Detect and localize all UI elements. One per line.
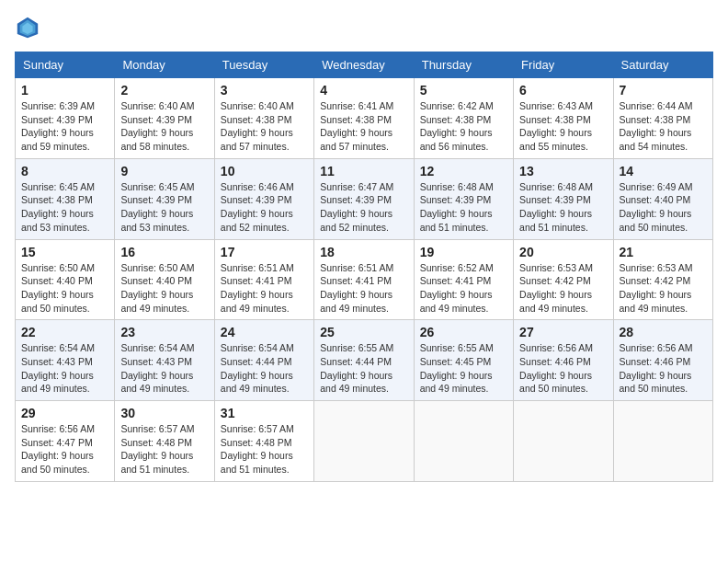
day-number: 7 xyxy=(620,83,707,98)
day-header-saturday: Saturday xyxy=(613,52,712,78)
day-info: Sunrise: 6:44 AM Sunset: 4:38 PM Dayligh… xyxy=(620,99,707,154)
day-number: 20 xyxy=(519,245,607,259)
calendar-cell: 5 Sunrise: 6:42 AM Sunset: 4:38 PM Dayli… xyxy=(414,78,513,159)
calendar-week-row: 1 Sunrise: 6:39 AM Sunset: 4:39 PM Dayli… xyxy=(16,78,713,159)
day-header-thursday: Thursday xyxy=(414,52,513,78)
calendar-cell: 27 Sunrise: 6:56 AM Sunset: 4:46 PM Dayl… xyxy=(514,320,613,401)
day-info: Sunrise: 6:57 AM Sunset: 4:48 PM Dayligh… xyxy=(221,422,308,477)
day-info: Sunrise: 6:57 AM Sunset: 4:48 PM Dayligh… xyxy=(120,422,208,477)
day-header-friday: Friday xyxy=(514,52,613,78)
calendar-cell xyxy=(414,401,513,482)
calendar-cell: 8 Sunrise: 6:45 AM Sunset: 4:38 PM Dayli… xyxy=(16,158,115,239)
day-number: 2 xyxy=(120,83,208,98)
calendar-table: SundayMondayTuesdayWednesdayThursdayFrid… xyxy=(15,52,713,482)
day-number: 24 xyxy=(221,325,308,339)
day-info: Sunrise: 6:50 AM Sunset: 4:40 PM Dayligh… xyxy=(120,261,208,316)
day-info: Sunrise: 6:56 AM Sunset: 4:47 PM Dayligh… xyxy=(21,422,108,477)
day-info: Sunrise: 6:40 AM Sunset: 4:38 PM Dayligh… xyxy=(221,99,308,154)
day-info: Sunrise: 6:39 AM Sunset: 4:39 PM Dayligh… xyxy=(21,99,108,154)
calendar-cell: 10 Sunrise: 6:46 AM Sunset: 4:39 PM Dayl… xyxy=(214,158,313,239)
calendar-cell: 25 Sunrise: 6:55 AM Sunset: 4:44 PM Dayl… xyxy=(314,320,414,401)
day-header-wednesday: Wednesday xyxy=(314,52,414,78)
calendar-cell: 13 Sunrise: 6:48 AM Sunset: 4:39 PM Dayl… xyxy=(514,158,613,239)
day-number: 14 xyxy=(620,164,707,178)
calendar-cell: 16 Sunrise: 6:50 AM Sunset: 4:40 PM Dayl… xyxy=(115,239,214,320)
day-info: Sunrise: 6:48 AM Sunset: 4:39 PM Dayligh… xyxy=(519,180,607,235)
calendar-cell: 29 Sunrise: 6:56 AM Sunset: 4:47 PM Dayl… xyxy=(16,401,115,482)
day-info: Sunrise: 6:53 AM Sunset: 4:42 PM Dayligh… xyxy=(620,261,707,316)
day-info: Sunrise: 6:56 AM Sunset: 4:46 PM Dayligh… xyxy=(519,341,607,396)
day-number: 6 xyxy=(519,83,607,98)
calendar-cell: 7 Sunrise: 6:44 AM Sunset: 4:38 PM Dayli… xyxy=(613,78,712,159)
day-number: 29 xyxy=(21,406,108,420)
day-number: 25 xyxy=(320,325,407,339)
calendar-cell: 12 Sunrise: 6:48 AM Sunset: 4:39 PM Dayl… xyxy=(414,158,513,239)
day-info: Sunrise: 6:54 AM Sunset: 4:43 PM Dayligh… xyxy=(120,341,208,396)
day-info: Sunrise: 6:49 AM Sunset: 4:40 PM Dayligh… xyxy=(620,180,707,235)
calendar-cell: 28 Sunrise: 6:56 AM Sunset: 4:46 PM Dayl… xyxy=(613,320,712,401)
calendar-week-row: 29 Sunrise: 6:56 AM Sunset: 4:47 PM Dayl… xyxy=(16,401,713,482)
day-info: Sunrise: 6:43 AM Sunset: 4:38 PM Dayligh… xyxy=(519,99,607,154)
calendar-cell xyxy=(514,401,613,482)
day-number: 3 xyxy=(221,83,308,98)
day-number: 19 xyxy=(420,245,507,259)
calendar-cell: 30 Sunrise: 6:57 AM Sunset: 4:48 PM Dayl… xyxy=(115,401,214,482)
day-number: 17 xyxy=(221,245,308,259)
day-info: Sunrise: 6:46 AM Sunset: 4:39 PM Dayligh… xyxy=(221,180,308,235)
logo xyxy=(15,15,44,40)
day-info: Sunrise: 6:42 AM Sunset: 4:38 PM Dayligh… xyxy=(420,99,507,154)
calendar-cell: 11 Sunrise: 6:47 AM Sunset: 4:39 PM Dayl… xyxy=(314,158,414,239)
day-number: 28 xyxy=(620,325,707,339)
calendar-cell: 6 Sunrise: 6:43 AM Sunset: 4:38 PM Dayli… xyxy=(514,78,613,159)
calendar-cell: 21 Sunrise: 6:53 AM Sunset: 4:42 PM Dayl… xyxy=(613,239,712,320)
day-number: 5 xyxy=(420,83,507,98)
day-number: 1 xyxy=(21,83,108,98)
day-info: Sunrise: 6:40 AM Sunset: 4:39 PM Dayligh… xyxy=(120,99,208,154)
calendar-cell: 14 Sunrise: 6:49 AM Sunset: 4:40 PM Dayl… xyxy=(613,158,712,239)
day-header-tuesday: Tuesday xyxy=(214,52,313,78)
day-info: Sunrise: 6:45 AM Sunset: 4:39 PM Dayligh… xyxy=(120,180,208,235)
day-info: Sunrise: 6:55 AM Sunset: 4:44 PM Dayligh… xyxy=(320,341,407,396)
calendar-cell: 19 Sunrise: 6:52 AM Sunset: 4:41 PM Dayl… xyxy=(414,239,513,320)
day-header-sunday: Sunday xyxy=(16,52,115,78)
calendar-cell: 2 Sunrise: 6:40 AM Sunset: 4:39 PM Dayli… xyxy=(115,78,214,159)
calendar-cell: 9 Sunrise: 6:45 AM Sunset: 4:39 PM Dayli… xyxy=(115,158,214,239)
day-info: Sunrise: 6:51 AM Sunset: 4:41 PM Dayligh… xyxy=(221,261,308,316)
day-header-monday: Monday xyxy=(115,52,214,78)
day-info: Sunrise: 6:52 AM Sunset: 4:41 PM Dayligh… xyxy=(420,261,507,316)
calendar-header-row: SundayMondayTuesdayWednesdayThursdayFrid… xyxy=(16,52,713,78)
day-info: Sunrise: 6:55 AM Sunset: 4:45 PM Dayligh… xyxy=(420,341,507,396)
day-number: 21 xyxy=(620,245,707,259)
calendar-cell: 1 Sunrise: 6:39 AM Sunset: 4:39 PM Dayli… xyxy=(16,78,115,159)
day-info: Sunrise: 6:48 AM Sunset: 4:39 PM Dayligh… xyxy=(420,180,507,235)
day-info: Sunrise: 6:54 AM Sunset: 4:44 PM Dayligh… xyxy=(221,341,308,396)
calendar-cell: 3 Sunrise: 6:40 AM Sunset: 4:38 PM Dayli… xyxy=(214,78,313,159)
calendar-cell: 26 Sunrise: 6:55 AM Sunset: 4:45 PM Dayl… xyxy=(414,320,513,401)
day-number: 23 xyxy=(120,325,208,339)
day-number: 10 xyxy=(221,164,308,178)
day-info: Sunrise: 6:51 AM Sunset: 4:41 PM Dayligh… xyxy=(320,261,407,316)
day-number: 26 xyxy=(420,325,507,339)
day-info: Sunrise: 6:50 AM Sunset: 4:40 PM Dayligh… xyxy=(21,261,108,316)
day-number: 18 xyxy=(320,245,407,259)
calendar-cell: 17 Sunrise: 6:51 AM Sunset: 4:41 PM Dayl… xyxy=(214,239,313,320)
day-info: Sunrise: 6:45 AM Sunset: 4:38 PM Dayligh… xyxy=(21,180,108,235)
page-header xyxy=(15,15,713,40)
calendar-cell: 31 Sunrise: 6:57 AM Sunset: 4:48 PM Dayl… xyxy=(214,401,313,482)
day-number: 4 xyxy=(320,83,407,98)
logo-icon xyxy=(15,15,40,40)
day-number: 16 xyxy=(120,245,208,259)
day-info: Sunrise: 6:41 AM Sunset: 4:38 PM Dayligh… xyxy=(320,99,407,154)
day-number: 9 xyxy=(120,164,208,178)
day-info: Sunrise: 6:54 AM Sunset: 4:43 PM Dayligh… xyxy=(21,341,108,396)
calendar-cell: 4 Sunrise: 6:41 AM Sunset: 4:38 PM Dayli… xyxy=(314,78,414,159)
day-number: 27 xyxy=(519,325,607,339)
calendar-cell xyxy=(314,401,414,482)
calendar-cell: 15 Sunrise: 6:50 AM Sunset: 4:40 PM Dayl… xyxy=(16,239,115,320)
calendar-cell: 18 Sunrise: 6:51 AM Sunset: 4:41 PM Dayl… xyxy=(314,239,414,320)
calendar-cell: 20 Sunrise: 6:53 AM Sunset: 4:42 PM Dayl… xyxy=(514,239,613,320)
calendar-week-row: 15 Sunrise: 6:50 AM Sunset: 4:40 PM Dayl… xyxy=(16,239,713,320)
day-number: 11 xyxy=(320,164,407,178)
day-number: 31 xyxy=(221,406,308,420)
day-number: 30 xyxy=(120,406,208,420)
